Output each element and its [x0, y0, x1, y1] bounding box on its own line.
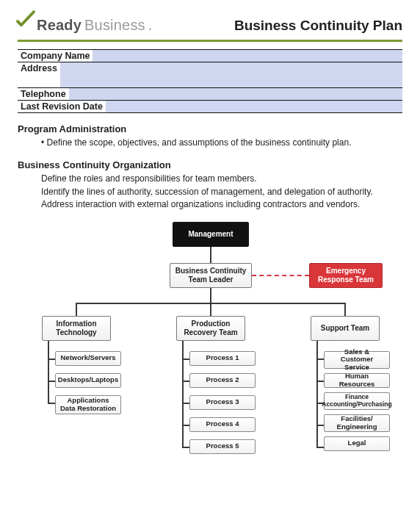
- list-bco: Define the roles and responsibilities fo…: [41, 173, 402, 211]
- connector: [48, 359, 55, 360]
- list-program-admin: Define the scope, objectives, and assump…: [41, 137, 402, 149]
- subnode-col3: Legal: [324, 436, 390, 451]
- subnode-col2: Process 3: [189, 395, 256, 410]
- connector: [76, 303, 77, 316]
- connector: [316, 425, 324, 426]
- field-address[interactable]: [60, 62, 402, 87]
- checkmark-icon: [16, 10, 35, 29]
- connector: [316, 381, 324, 382]
- connector: [182, 403, 189, 404]
- row-address: Address: [18, 62, 402, 88]
- logo-word-business: Business: [84, 17, 145, 34]
- connector: [210, 247, 211, 263]
- subnode-col2: Process 2: [189, 373, 256, 388]
- subnode-col2: Process 1: [189, 351, 256, 366]
- connector: [48, 381, 55, 382]
- subnode-col3: Sales & Customer Service: [324, 351, 390, 369]
- subnode-col1: Network/Servers: [55, 351, 121, 366]
- list-item: Define the roles and responsibilities fo…: [41, 173, 402, 185]
- org-chart: Management Business Continuity Team Lead…: [32, 222, 388, 472]
- heading-bco: Business Continuity Organization: [18, 159, 402, 170]
- connector: [48, 403, 55, 404]
- connector: [344, 303, 346, 316]
- connector: [182, 447, 189, 448]
- field-company[interactable]: [93, 50, 402, 62]
- connector: [182, 359, 189, 360]
- logo-word-ready: Ready: [37, 17, 82, 34]
- section-bco: Business Continuity Organization Define …: [18, 159, 402, 211]
- section-program-admin: Program Administration Define the scope,…: [18, 123, 402, 149]
- connector: [210, 303, 211, 316]
- subnode-col2: Process 5: [189, 439, 256, 454]
- node-emergency-response: Emergency Response Team: [309, 263, 383, 288]
- connector: [316, 447, 324, 448]
- list-item: Define the scope, objectives, and assump…: [41, 137, 402, 149]
- node-col3-head: Support Team: [311, 316, 380, 341]
- header: Ready Business. Business Continuity Plan: [18, 10, 402, 34]
- field-telephone[interactable]: [69, 88, 402, 100]
- connector: [316, 341, 318, 448]
- subnode-col1: Desktops/Laptops: [55, 373, 121, 388]
- label-company: Company Name: [18, 50, 93, 62]
- list-item: Identify the lines of authority, success…: [41, 186, 402, 198]
- subnode-col3: Human Resources: [324, 373, 390, 388]
- subnode-col2: Process 4: [189, 417, 256, 432]
- connector: [210, 288, 211, 303]
- heading-program-admin: Program Administration: [18, 123, 402, 134]
- node-bc-team-leader: Business Continuity Team Leader: [170, 263, 252, 288]
- page-title: Business Continuity Plan: [234, 18, 402, 34]
- node-col1-head: Information Technology: [42, 316, 111, 341]
- label-telephone: Telephone: [18, 88, 69, 100]
- header-rule: [18, 40, 402, 42]
- connector: [182, 341, 184, 448]
- row-telephone: Telephone: [18, 88, 402, 101]
- label-address: Address: [18, 62, 60, 87]
- connector: [316, 359, 324, 360]
- brand-logo: Ready Business.: [18, 10, 153, 34]
- connector: [182, 381, 189, 382]
- subnode-col1: Applications Data Restoration: [55, 395, 121, 414]
- row-revision: Last Revision Date: [18, 101, 402, 113]
- field-revision[interactable]: [106, 101, 402, 112]
- logo-dot: .: [148, 17, 153, 34]
- connector-dashed: [252, 275, 309, 276]
- label-revision: Last Revision Date: [18, 101, 106, 112]
- row-company: Company Name: [18, 49, 402, 62]
- node-management: Management: [173, 222, 249, 247]
- connector: [182, 425, 189, 426]
- list-item: Address interaction with external organi…: [41, 198, 402, 211]
- subnode-col3: Finance Accounting/Purchasing: [324, 392, 390, 410]
- node-col2-head: Production Recovery Team: [176, 316, 245, 341]
- subnode-col3: Facilities/ Engineering: [324, 414, 390, 432]
- connector: [48, 341, 49, 404]
